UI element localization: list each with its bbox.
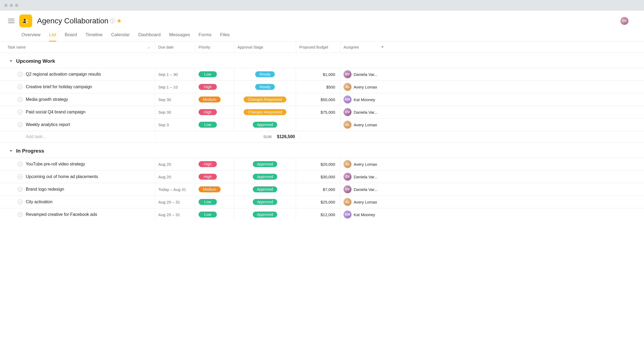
- tab-forms[interactable]: Forms: [199, 32, 211, 42]
- priority-cell[interactable]: Low: [195, 208, 234, 221]
- task-row[interactable]: Q2 regional activation campaign resultsS…: [0, 68, 644, 80]
- tab-dashboard[interactable]: Dashboard: [138, 32, 160, 42]
- task-name-cell[interactable]: Q2 regional activation campaign results: [0, 68, 155, 80]
- tab-messages[interactable]: Messages: [169, 32, 190, 42]
- priority-cell[interactable]: High: [195, 171, 234, 183]
- chevron-down-icon[interactable]: ⌄: [147, 45, 150, 49]
- column-header-assignee[interactable]: Assignee: [340, 42, 378, 53]
- section-collapse-icon[interactable]: [10, 150, 12, 152]
- budget-cell[interactable]: $7,000: [296, 183, 340, 195]
- priority-cell[interactable]: Medium: [195, 93, 234, 106]
- task-name-cell[interactable]: YouTube pre-roll video strategy: [0, 158, 155, 170]
- approval-stage-cell[interactable]: Changes Requested: [234, 106, 296, 118]
- complete-task-icon[interactable]: [18, 174, 23, 179]
- assignee-cell[interactable]: KMKat Mooney: [340, 93, 378, 106]
- task-row[interactable]: Upcoming out of home ad placementsAug 20…: [0, 170, 644, 183]
- task-row[interactable]: City activationAug 20 – 31LowApproved$25…: [0, 195, 644, 208]
- assignee-cell[interactable]: ALAvery Lomax: [340, 119, 380, 131]
- task-name-cell[interactable]: Upcoming out of home ad placements: [0, 171, 155, 183]
- task-name-cell[interactable]: Media growth strategy: [0, 93, 155, 106]
- priority-cell[interactable]: High: [195, 81, 234, 93]
- task-name-cell[interactable]: Creative brief for holiday campaign: [0, 81, 155, 93]
- current-user-avatar[interactable]: DV: [620, 17, 628, 25]
- column-header-task[interactable]: Task name ⌄: [0, 42, 155, 53]
- complete-task-icon[interactable]: [18, 187, 23, 192]
- budget-cell[interactable]: [296, 119, 340, 131]
- due-date-cell[interactable]: Today – Aug 31: [155, 183, 195, 195]
- approval-stage-cell[interactable]: Approved: [234, 171, 296, 183]
- column-header-stage[interactable]: Approval Stage: [234, 42, 296, 53]
- budget-cell[interactable]: $30,000: [296, 171, 340, 183]
- task-row[interactable]: Media growth strategySep 30MediumChanges…: [0, 93, 644, 106]
- assignee-cell[interactable]: DVDaniela Var...: [340, 106, 381, 118]
- window-zoom-icon[interactable]: [15, 4, 18, 7]
- budget-cell[interactable]: $25,000: [296, 196, 340, 208]
- section-header[interactable]: In Progress: [0, 143, 644, 158]
- due-date-cell[interactable]: Aug 20: [155, 158, 195, 170]
- add-column-button[interactable]: +: [378, 42, 387, 53]
- assignee-cell[interactable]: DVDaniela Var...: [340, 68, 381, 80]
- tab-files[interactable]: Files: [220, 32, 230, 42]
- task-row[interactable]: Brand logo redesignToday – Aug 31MediumA…: [0, 183, 644, 195]
- assignee-cell[interactable]: ALAvery Lomax: [340, 81, 380, 93]
- priority-cell[interactable]: Low: [195, 196, 234, 208]
- column-header-due[interactable]: Due date: [155, 42, 195, 53]
- approval-stage-cell[interactable]: Approved: [234, 158, 296, 170]
- section-collapse-icon[interactable]: [10, 60, 12, 62]
- column-header-priority[interactable]: Priority: [195, 42, 234, 53]
- window-close-icon[interactable]: [4, 4, 8, 7]
- task-name-cell[interactable]: Brand logo redesign: [0, 183, 155, 195]
- approval-stage-cell[interactable]: Approved: [234, 119, 296, 131]
- tab-board[interactable]: Board: [65, 32, 77, 42]
- star-icon[interactable]: ★: [116, 17, 122, 24]
- task-row[interactable]: YouTube pre-roll video strategyAug 20Hig…: [0, 158, 644, 170]
- priority-cell[interactable]: High: [195, 158, 234, 170]
- due-date-cell[interactable]: Sep 30: [155, 93, 195, 106]
- tab-calendar[interactable]: Calendar: [111, 32, 130, 42]
- budget-cell[interactable]: $75,000: [296, 106, 340, 118]
- task-name-cell[interactable]: Paid social Q4 brand campaign: [0, 106, 155, 118]
- complete-task-icon[interactable]: [18, 110, 23, 114]
- approval-stage-cell[interactable]: Changes Requested: [234, 93, 296, 106]
- assignee-cell[interactable]: DVDaniela Var...: [340, 171, 381, 183]
- budget-cell[interactable]: $20,000: [296, 158, 340, 170]
- complete-task-icon[interactable]: [18, 84, 23, 89]
- approval-stage-cell[interactable]: Ready: [234, 68, 296, 80]
- due-date-cell[interactable]: Sep 3: [155, 119, 195, 131]
- complete-task-icon[interactable]: [18, 200, 23, 204]
- window-minimize-icon[interactable]: [10, 4, 13, 7]
- complete-task-icon[interactable]: [18, 72, 23, 77]
- add-task-label[interactable]: Add task...: [0, 134, 155, 139]
- priority-cell[interactable]: Low: [195, 68, 234, 80]
- priority-cell[interactable]: Low: [195, 119, 234, 131]
- due-date-cell[interactable]: Aug 20: [155, 171, 195, 183]
- task-name-cell[interactable]: Weekly analytics report: [0, 119, 155, 131]
- task-name-cell[interactable]: City activation: [0, 196, 155, 208]
- task-row[interactable]: Revamped creative for Facebook adsAug 20…: [0, 208, 644, 221]
- approval-stage-cell[interactable]: Approved: [234, 183, 296, 195]
- complete-task-icon[interactable]: [18, 212, 23, 217]
- budget-cell[interactable]: $500: [296, 81, 340, 93]
- budget-cell[interactable]: $50,000: [296, 93, 340, 106]
- column-header-budget[interactable]: Proposed Budget: [296, 42, 340, 53]
- task-row[interactable]: Creative brief for holiday campaignSep 1…: [0, 80, 644, 93]
- budget-cell[interactable]: $12,000: [296, 208, 340, 221]
- due-date-cell[interactable]: Sep 30: [155, 106, 195, 118]
- tab-overview[interactable]: Overview: [21, 32, 41, 42]
- complete-task-icon[interactable]: [18, 97, 23, 102]
- add-task-row[interactable]: Add task...SUM$126,500: [0, 131, 644, 143]
- complete-task-icon[interactable]: [18, 162, 23, 167]
- approval-stage-cell[interactable]: Approved: [234, 208, 296, 221]
- assignee-cell[interactable]: KMKat Mooney: [340, 208, 378, 221]
- task-row[interactable]: Paid social Q4 brand campaignSep 30HighC…: [0, 106, 644, 118]
- due-date-cell[interactable]: Aug 20 – 31: [155, 208, 195, 221]
- priority-cell[interactable]: Medium: [195, 183, 234, 195]
- due-date-cell[interactable]: Aug 20 – 31: [155, 196, 195, 208]
- approval-stage-cell[interactable]: Ready: [234, 81, 296, 93]
- task-row[interactable]: Weekly analytics reportSep 3LowApprovedA…: [0, 118, 644, 131]
- task-name-cell[interactable]: Revamped creative for Facebook ads: [0, 208, 155, 221]
- assignee-cell[interactable]: DVDaniela Var...: [340, 183, 381, 195]
- info-icon[interactable]: i: [110, 19, 115, 23]
- section-header[interactable]: Upcoming Work: [0, 53, 644, 68]
- tab-timeline[interactable]: Timeline: [86, 32, 103, 42]
